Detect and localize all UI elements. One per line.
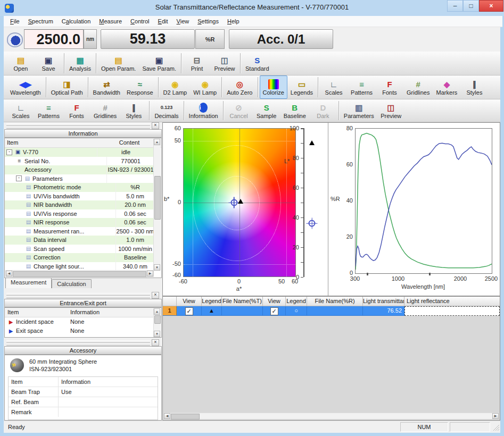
remark-row[interactable]: Remark [9,407,158,417]
wavelength-field[interactable]: 2500.0 [24,29,84,49]
scroll-up-button[interactable]: ▲ [154,139,160,145]
colorize-button[interactable]: ▦Colorize [260,76,287,99]
menu-calculation[interactable]: Calculation [57,17,95,26]
fonts-button[interactable]: FFonts [376,76,403,99]
legends-button[interactable]: ▭Legends [287,76,316,99]
information-vertical-scrollbar[interactable]: ▲ ▼ [153,139,161,271]
tree-row-data-interval[interactable]: ▤Data interval1.0 nm [5,236,154,245]
scroll-thumb[interactable] [171,414,200,420]
scroll-down-button[interactable]: ▼ [154,264,160,271]
preview-button[interactable]: ◫Preview [211,52,238,75]
scroll-down-button[interactable]: ▼ [154,331,160,337]
tree-row-instrument[interactable]: -▣V-770idle [5,148,154,157]
ref-beam-row[interactable]: Ref. Beam [9,397,158,407]
resize-grip[interactable] [492,423,499,431]
tree-row-parameters[interactable]: -▤Parameters [5,174,154,183]
tree-row-nir-response[interactable]: ▤NIR response0.06 sec [5,218,154,227]
fonts2-button[interactable]: FFonts [63,99,90,122]
tree-row-change-light-source[interactable]: ▤Change light sour...340.0 nm [5,262,154,271]
filename-r-cell[interactable] [307,306,363,316]
checkbox-checked[interactable]: ✓ [185,307,193,315]
light-reflectance-cell[interactable] [404,306,500,316]
scroll-right-button[interactable]: ▶ [492,413,499,419]
accessory-panel-gripper[interactable]: × [4,339,162,346]
entrance-exit-panel-gripper[interactable]: × [4,292,162,298]
maximize-button[interactable]: □ [463,0,479,12]
scales2-button[interactable]: ∟Scales [7,99,35,122]
wavelength-button[interactable]: ◀▶Wavelength [7,76,44,99]
collapse-icon[interactable]: - [16,175,22,181]
styles-button[interactable]: ∥Styles [460,76,488,99]
scroll-thumb[interactable] [154,315,161,324]
d2-lamp-button[interactable]: ◉D2 Lamp [160,76,191,99]
scroll-left-button[interactable]: ◀ [164,413,170,419]
patterns2-button[interactable]: ≡Patterns [35,99,63,122]
light-transmittance-cell[interactable]: 76.52 [363,306,404,316]
tree-row-photometric-mode[interactable]: ▤Photometric mode%R [5,183,154,192]
tab-calculation[interactable]: Calculation [52,279,91,288]
legend-t-cell[interactable]: ▲ [202,306,222,316]
information-panel-gripper[interactable]: × [4,122,162,129]
menu-settings[interactable]: Settings [193,17,223,26]
photometric-unit-button[interactable]: %R [195,29,225,49]
beam-trap-row[interactable]: Beam TrapUse [9,387,158,397]
standard-button[interactable]: SStandard [242,52,272,75]
tree-row-uvvis-response[interactable]: ▤UV/Vis response0.06 sec [5,209,154,219]
entrance-exit-panel-close-button[interactable]: × [152,292,159,299]
menu-spectrum[interactable]: Spectrum [24,17,57,26]
decimals-button[interactable]: 0.123Decimals [151,99,181,122]
close-button[interactable]: × [479,0,503,12]
bandwidth-button[interactable]: ⇄Bandwidth [90,76,123,99]
scales-button[interactable]: ∟Scales [320,76,348,99]
entrance-exit-scrollbar[interactable]: ▲ ▼ [153,308,161,337]
minimize-button[interactable]: – [447,0,463,12]
open-param-button[interactable]: ▤Open Param. [98,52,139,75]
styles2-button[interactable]: ∥Styles [120,99,147,122]
tree-row-nir-bandwidth[interactable]: ▤NIR bandwidth20.0 nm [5,200,154,209]
ab-plane[interactable] [183,128,296,277]
row-number[interactable]: 1 [163,306,177,316]
incident-space-row[interactable]: ▶Incident space None [5,317,161,326]
tree-row-scan-speed[interactable]: ▤Scan speed1000 nm/min [5,245,154,254]
scroll-left-button[interactable]: ◀ [6,271,12,276]
checkbox-checked[interactable]: ✓ [270,307,278,315]
tree-row-correction[interactable]: ▤CorrectionBaseline [5,253,154,262]
parameters-button[interactable]: ▥Parameters [341,99,377,122]
baseline-button[interactable]: BBaseline [280,99,309,122]
response-button[interactable]: ≈Response [123,76,156,99]
auto-zero-button[interactable]: ◎Auto Zero [224,76,255,99]
patterns-button[interactable]: ≡Patterns [348,76,376,99]
wi-lamp-button[interactable]: ◉WI Lamp [190,76,220,99]
optical-path-button[interactable]: ◨Optical Path [48,76,86,99]
information-panel-close-button[interactable]: × [152,122,159,129]
menu-view[interactable]: View [172,17,194,26]
accessory-panel-close-button[interactable]: × [152,339,159,346]
legend-r-cell[interactable]: ○ [286,306,307,316]
view-t-cell[interactable]: ✓ [177,306,202,316]
print-button[interactable]: ⊟Print [183,52,211,75]
save-param-button[interactable]: ▣Save Param. [139,52,179,75]
tree-row-uvvis-bandwidth[interactable]: ▤UV/Vis bandwidth5.0 nm [5,192,154,201]
analysis-button[interactable]: ▦Analysis [66,52,94,75]
open-button[interactable]: ▤Open [7,52,35,75]
scroll-right-button[interactable]: ▶ [147,271,153,276]
information-horizontal-scrollbar[interactable]: ◀ ▶ [5,270,154,277]
tree-row-accessory[interactable]: AccessoryISN-923 / 923001 [5,165,154,174]
menu-control[interactable]: Control [126,17,153,26]
wavelength-unit-button[interactable]: nm [84,29,97,49]
spectrum-plot[interactable] [355,128,492,274]
tree-row-measurement-range[interactable]: ▤Measurement ran...2500 - 300 nm [5,227,154,236]
gridlines-button[interactable]: #Gridlines [403,76,433,99]
menu-edit[interactable]: Edit [154,17,172,26]
scroll-thumb[interactable] [154,176,161,220]
tab-measurement[interactable]: Measurement [5,278,52,288]
scroll-thumb[interactable] [13,271,146,277]
menu-help[interactable]: Help [223,17,244,26]
scroll-up-button[interactable]: ▲ [154,308,160,315]
exit-space-row[interactable]: ▶Exit space None [5,326,161,336]
save-button[interactable]: ▣Save [35,52,62,75]
markers-button[interactable]: ◆Markers [433,76,460,99]
tree-row-serial[interactable]: ≡Serial No.770001 [5,157,154,166]
table-row[interactable]: 1 ✓ ▲ ✓ ○ 76.52 [163,306,500,316]
filename-t-cell[interactable] [222,306,263,316]
